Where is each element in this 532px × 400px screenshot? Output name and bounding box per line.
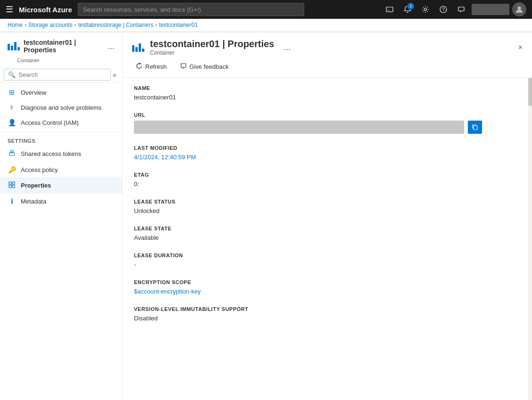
etag-value: 0: — [134, 180, 521, 188]
name-value: testcontainer01 — [134, 94, 521, 101]
sidebar-search-input[interactable] — [18, 71, 107, 78]
settings-button[interactable] — [418, 2, 433, 17]
sidebar-search-box[interactable]: 🔍 — [4, 69, 111, 81]
svg-rect-11 — [474, 126, 477, 130]
url-input-box[interactable] — [134, 121, 464, 134]
diagnose-icon: ⚕ — [8, 104, 16, 111]
sidebar-item-shared-access-tokens[interactable]: Shared access tokens — [0, 146, 122, 162]
sidebar-item-iam-label: Access Control (IAM) — [21, 119, 79, 126]
lease-state-section: LEASE STATE Available — [134, 226, 521, 241]
sidebar-item-properties-label: Properties — [21, 182, 51, 189]
immutability-value: Disabled — [134, 315, 521, 322]
lease-duration-value: - — [134, 261, 521, 268]
sidebar-item-access-policy[interactable]: 🔑 Access policy — [0, 162, 122, 177]
svg-point-6 — [10, 150, 13, 153]
breadcrumb: Home › Storage accounts › testlabresstor… — [0, 19, 532, 32]
last-modified-section: LAST MODIFIED 4/1/2024, 12:40:59 PM — [134, 145, 521, 161]
lease-state-value: Available — [134, 234, 521, 241]
breadcrumb-container[interactable]: testcontainer01 — [159, 22, 198, 28]
breadcrumb-home[interactable]: Home — [8, 22, 23, 28]
sidebar-item-metadata-label: Metadata — [21, 198, 46, 205]
sidebar-logo: testcontainer01 | Properties — [8, 39, 104, 54]
svg-rect-10 — [12, 185, 15, 188]
hamburger-menu[interactable]: ☰ — [6, 4, 13, 15]
policy-icon: 🔑 — [8, 166, 16, 173]
properties-icon — [8, 181, 16, 190]
copy-url-button[interactable] — [468, 121, 482, 134]
immutability-label: VERSION-LEVEL IMMUTABILITY SUPPORT — [134, 306, 521, 312]
sidebar-item-diagnose[interactable]: ⚕ Diagnose and solve problems — [0, 100, 122, 115]
feedback-label: Give feedback — [190, 63, 229, 70]
user-avatar[interactable] — [512, 2, 526, 16]
content-area: testcontainer01 | Properties Container .… — [123, 33, 532, 400]
sat-icon — [8, 149, 16, 158]
encryption-scope-section: ENCRYPTION SCOPE $account-encryption-key — [134, 279, 521, 295]
notifications-button[interactable]: 2 — [400, 2, 415, 17]
etag-section: ETAG 0: — [134, 172, 521, 188]
sidebar-navigation: ⊞ Overview ⚕ Diagnose and solve problems… — [0, 85, 122, 400]
url-label: URL — [134, 112, 521, 118]
immutability-section: VERSION-LEVEL IMMUTABILITY SUPPORT Disab… — [134, 306, 521, 322]
scrollbar-track[interactable] — [528, 78, 532, 400]
metadata-icon: ℹ — [8, 197, 16, 205]
close-button[interactable]: × — [518, 43, 523, 52]
sidebar-search-row: 🔍 « — [0, 67, 122, 83]
svg-rect-9 — [9, 185, 11, 188]
breadcrumb-sep-1: › — [25, 22, 26, 28]
sidebar-title: testcontainer01 | Properties — [24, 39, 104, 54]
overview-icon: ⊞ — [8, 89, 16, 96]
svg-rect-7 — [9, 182, 11, 184]
last-modified-value: 4/1/2024, 12:40:59 PM — [134, 154, 521, 161]
breadcrumb-sep-2: › — [74, 22, 76, 28]
sidebar-subtitle: Container — [0, 57, 122, 67]
etag-prefix: 0: — [134, 180, 139, 188]
url-row — [134, 121, 521, 134]
sidebar-collapse-button[interactable]: « — [111, 69, 118, 81]
lease-status-section: LEASE STATUS Unlocked — [134, 199, 521, 214]
sidebar-item-properties[interactable]: Properties — [0, 177, 122, 194]
name-label: NAME — [134, 85, 521, 91]
encryption-scope-value: $account-encryption-key — [134, 288, 521, 295]
name-section: NAME testcontainer01 — [134, 85, 521, 101]
page-more-button[interactable]: ... — [283, 42, 291, 52]
breadcrumb-storage-accounts[interactable]: Storage accounts — [28, 22, 72, 28]
breadcrumb-containers[interactable]: testlabresstorage | Containers — [78, 22, 153, 28]
global-search-input[interactable] — [83, 6, 299, 13]
sidebar-more-button[interactable]: ... — [108, 41, 115, 51]
scrollbar-thumb[interactable] — [528, 78, 532, 106]
svg-rect-8 — [12, 182, 15, 184]
top-nav-icons: >_ 2 ? — [382, 2, 526, 17]
breadcrumb-sep-3: › — [155, 22, 157, 28]
content-toolbar: Refresh Give feedback — [123, 56, 532, 78]
cloud-shell-button[interactable]: >_ — [382, 2, 397, 17]
sidebar-item-overview[interactable]: ⊞ Overview — [0, 85, 122, 100]
content-logo-icon — [132, 43, 144, 52]
search-icon: 🔍 — [8, 71, 16, 78]
svg-text:?: ? — [442, 7, 445, 12]
content-header: testcontainer01 | Properties Container .… — [123, 33, 532, 56]
page-title: testcontainer01 | Properties — [150, 39, 274, 49]
sidebar-item-metadata[interactable]: ℹ Metadata — [0, 194, 122, 209]
iam-icon: 👤 — [8, 119, 16, 126]
give-feedback-button[interactable]: Give feedback — [175, 60, 234, 73]
last-modified-label: LAST MODIFIED — [134, 145, 521, 151]
encryption-scope-label: ENCRYPTION SCOPE — [134, 279, 521, 285]
lease-status-value: Unlocked — [134, 207, 521, 214]
refresh-icon — [136, 63, 142, 71]
help-button[interactable]: ? — [436, 2, 451, 17]
url-section: URL — [134, 112, 521, 134]
lease-state-label: LEASE STATE — [134, 226, 521, 231]
properties-content: NAME testcontainer01 URL LAST MODIFIED 4… — [123, 78, 532, 400]
container-logo-icon — [8, 42, 20, 50]
svg-point-5 — [518, 7, 521, 10]
sidebar-header: testcontainer01 | Properties ... — [0, 33, 122, 57]
feedback-button[interactable] — [454, 2, 469, 17]
global-search-bar[interactable] — [78, 3, 304, 16]
top-navigation: ☰ Microsoft Azure >_ 2 ? — [0, 0, 532, 19]
sidebar-item-overview-label: Overview — [21, 89, 46, 96]
sidebar-item-iam[interactable]: 👤 Access Control (IAM) — [0, 115, 122, 130]
refresh-button[interactable]: Refresh — [130, 60, 173, 73]
feedback-icon — [180, 63, 187, 71]
account-name-blurred — [472, 4, 509, 15]
page-subtitle: Container — [150, 49, 274, 56]
